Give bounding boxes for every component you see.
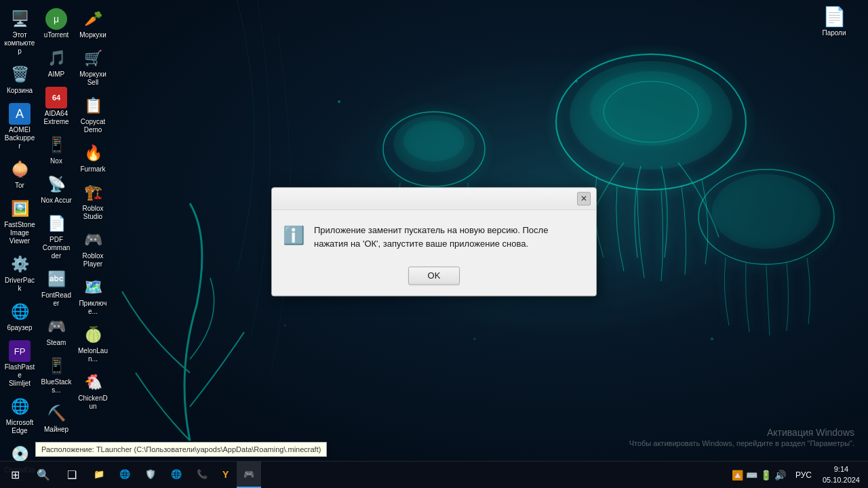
taskbar-tooltip: Расположение: TLauncher (C:\Пользователи… xyxy=(35,442,327,457)
icon-morkuhi-sell[interactable]: 🛒 Моркухи Sell xyxy=(76,45,110,89)
jellyfish-far-right xyxy=(698,169,834,336)
desktop-icons-col3: 🥕 Моркухи 🛒 Моркухи Sell 📋 CopycatDemo 🔥… xyxy=(76,5,110,413)
taskbar-language[interactable]: РУС xyxy=(791,462,816,488)
taskbar-tray: 🔼 ⌨️ 🔋 🔊 РУС 9:14 05.10.2024 xyxy=(728,462,868,488)
icon-nox[interactable]: 📱 Nox xyxy=(39,131,73,168)
icon-faststone[interactable]: 🖼️ FastStoneImage Viewer xyxy=(3,195,37,248)
activation-watermark: Активация Windows Чтобы активировать Win… xyxy=(629,427,854,447)
tray-arrow-icon[interactable]: 🔼 xyxy=(732,470,743,481)
icon-morkuhi[interactable]: 🥕 Моркухи xyxy=(76,5,110,42)
icon-chickendun[interactable]: 🐔 ChickenDun xyxy=(76,369,110,413)
start-button[interactable]: ⊞ xyxy=(1,462,28,488)
svg-point-14 xyxy=(474,338,476,340)
svg-point-1 xyxy=(556,54,746,190)
svg-point-6 xyxy=(393,115,475,172)
icon-paroli[interactable]: 📄 Пароли xyxy=(814,5,854,37)
taskbar-search-button[interactable]: 🔍 xyxy=(30,462,57,488)
icon-fontreader[interactable]: 🔤 FontReader xyxy=(39,266,73,310)
icon-melon[interactable]: 🍈 MelonLaun... xyxy=(76,321,110,366)
icon-roblox-studio[interactable]: 🏗️ RobloxStudio xyxy=(76,179,110,224)
icon-pdf-commander[interactable]: 📄 PDFCommander xyxy=(39,210,73,263)
icon-flashpaste[interactable]: FP FlashPasteSlimljet xyxy=(3,338,37,390)
icon-aomei[interactable]: A AOMEIBackupper xyxy=(3,100,37,153)
icon-6payer[interactable]: 🌐 6раузер xyxy=(3,298,37,335)
icon-copycat[interactable]: 📋 CopycatDemo xyxy=(76,92,110,137)
svg-point-8 xyxy=(698,169,834,264)
icon-maker[interactable]: ⛏️ Майнер xyxy=(39,400,73,436)
dialog-message: Приложение заменит пускатель на новую ве… xyxy=(314,224,583,250)
tray-volume-icon[interactable]: 🔊 xyxy=(774,470,786,481)
taskbar-app-tlauncher[interactable]: 🎮 xyxy=(237,462,261,488)
svg-point-5 xyxy=(383,112,485,186)
svg-point-4 xyxy=(604,81,698,142)
underwater-plant xyxy=(122,203,244,441)
svg-point-7 xyxy=(403,121,465,161)
dialog-box: ✕ ℹ️ Приложение заменит пускатель на нов… xyxy=(271,187,597,296)
svg-point-2 xyxy=(570,61,732,169)
taskbar-clock[interactable]: 9:14 05.10.2024 xyxy=(817,462,865,488)
tray-network-icon[interactable]: 🔋 xyxy=(760,470,772,481)
svg-point-15 xyxy=(711,338,713,340)
tray-icons: 🔼 ⌨️ 🔋 🔊 xyxy=(728,470,790,481)
icon-bluestacks[interactable]: 📱 BlueStacks... xyxy=(39,352,73,397)
icon-aida64[interactable]: 64 AIDA64Extreme xyxy=(39,84,73,129)
icon-roblox-player[interactable]: 🎮 Roblox Player xyxy=(76,226,110,271)
taskbar: ⊞ 🔍 ❑ 📁 🌐 🛡️ 🌐 📞 xyxy=(0,461,868,488)
dialog-body: ℹ️ Приложение заменит пускатель на новую… xyxy=(272,210,596,261)
desktop-icons-col1: 🖥️ Этот компьютер 🗑️ Корзина A AOMEIBack… xyxy=(3,5,37,488)
taskbar-taskview-button[interactable]: ❑ xyxy=(58,462,85,488)
icon-this-computer[interactable]: 🖥️ Этот компьютер xyxy=(3,5,37,58)
taskbar-app-chrome[interactable]: 🌐 xyxy=(113,462,137,488)
taskbar-app-viber[interactable]: 📞 xyxy=(190,462,214,488)
taskbar-app-defender[interactable]: 🛡️ xyxy=(138,462,163,488)
icon-driverpack[interactable]: ⚙️ DriverPack xyxy=(3,251,37,296)
icon-utorrent[interactable]: μ uTorrent xyxy=(39,5,73,42)
dialog-footer: OK xyxy=(272,261,596,296)
icon-priklyuchenie[interactable]: 🗺️ Приключе... xyxy=(76,274,110,319)
dialog-titlebar: ✕ xyxy=(272,188,596,210)
tray-keyboard-icon[interactable]: ⌨️ xyxy=(746,470,757,481)
svg-point-12 xyxy=(575,80,578,83)
desktop-icons-col2: μ uTorrent 🎵 AIMP 64 AIDA64Extreme 📱 Nox… xyxy=(39,5,73,436)
icon-nox-accur[interactable]: 📡 Nox Accur xyxy=(39,171,73,207)
icon-furmark[interactable]: 🔥 Furmark xyxy=(76,140,110,176)
taskbar-left: ⊞ 🔍 ❑ 📁 🌐 🛡️ 🌐 📞 xyxy=(0,462,261,488)
icon-tor[interactable]: 🧅 Tor xyxy=(3,156,37,192)
icon-steam[interactable]: 🎮 Steam xyxy=(39,313,73,350)
taskbar-app-explorer[interactable]: 📁 xyxy=(87,462,111,488)
taskbar-app-yandex[interactable]: Y xyxy=(216,462,235,488)
icon-microsoft-edge[interactable]: 🌐 MicrosoftEdge xyxy=(3,393,37,438)
dialog-overlay: ✕ ℹ️ Приложение заменит пускатель на нов… xyxy=(0,0,868,488)
svg-point-3 xyxy=(590,71,712,146)
icon-recycle-bin[interactable]: 🗑️ Корзина xyxy=(3,61,37,98)
taskbar-app-browser2[interactable]: 🌐 xyxy=(164,462,189,488)
desktop: 🖥️ Этот компьютер 🗑️ Корзина A AOMEIBack… xyxy=(0,0,868,488)
dialog-close-button[interactable]: ✕ xyxy=(577,192,591,205)
svg-point-13 xyxy=(284,325,285,326)
icon-aimp[interactable]: 🎵 AIMP xyxy=(39,45,73,81)
svg-point-10 xyxy=(338,100,340,103)
svg-point-9 xyxy=(712,174,821,249)
dialog-info-icon: ℹ️ xyxy=(283,225,304,246)
dialog-ok-button[interactable]: OK xyxy=(408,266,460,285)
